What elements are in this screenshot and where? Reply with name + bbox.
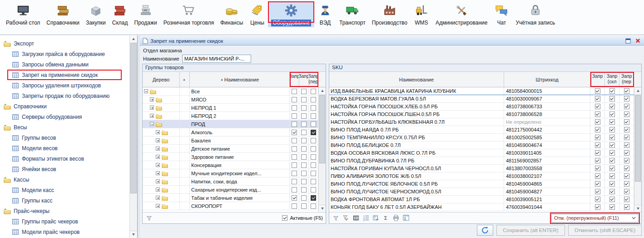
checkbox[interactable] <box>311 113 316 119</box>
table-row[interactable]: НАСТОЙКА ГОР.ИВАН КУПАЛА ЧЕРНОСЛ.0.5Л481… <box>329 165 634 172</box>
expander-plus-icon[interactable] <box>156 204 160 208</box>
table-row[interactable]: Сахарные кондитерские изд... <box>143 186 318 194</box>
checkbox[interactable] <box>301 130 307 135</box>
checkbox[interactable] <box>624 158 629 163</box>
table-row[interactable]: ВИНО ПЛОД.ЛУЧИСТОЕ ЧЕРНОСМОРОД.0.5Л48104… <box>329 188 634 196</box>
checkbox[interactable] <box>624 142 629 148</box>
checkbox[interactable] <box>301 97 307 102</box>
toolbar-item-administration[interactable]: Администрирование <box>432 1 490 27</box>
column-header-barcode[interactable]: Штрихкод <box>504 72 590 87</box>
scroll-up-button[interactable] <box>130 35 137 43</box>
sidebar-scrollbar[interactable] <box>129 35 137 238</box>
checkbox[interactable] <box>292 138 297 143</box>
sidebar-item-cash[interactable]: Кассы <box>0 174 129 185</box>
checkbox[interactable] <box>301 105 307 111</box>
column-header-flag[interactable]: Запр(пер <box>619 72 634 87</box>
expander-plus-icon[interactable] <box>150 106 154 110</box>
checkbox[interactable] <box>311 162 316 168</box>
table-row[interactable]: Все <box>143 87 318 96</box>
checkbox[interactable] <box>292 171 297 176</box>
checkbox[interactable] <box>301 89 307 94</box>
expander-plus-icon[interactable] <box>150 97 154 101</box>
checkbox[interactable] <box>311 154 316 160</box>
expander-plus-icon[interactable] <box>156 130 160 134</box>
checkbox[interactable] <box>595 88 600 94</box>
checkbox[interactable] <box>609 189 615 194</box>
filter-icon[interactable] <box>145 214 153 222</box>
maximize-button[interactable] <box>624 37 632 44</box>
checkbox[interactable] <box>595 150 600 156</box>
checkbox[interactable] <box>292 113 297 119</box>
column-header-flag[interactable]: Запр <box>590 72 605 87</box>
checkbox[interactable] <box>624 104 629 109</box>
active-checkbox[interactable] <box>282 215 287 221</box>
sidebar-item-scale-models[interactable]: Модели весов <box>0 143 129 153</box>
checkbox[interactable] <box>595 158 600 163</box>
checkbox[interactable] <box>624 150 629 156</box>
sidebar-item-scale-cells[interactable]: Ячейки весов <box>0 164 129 174</box>
scroll-down-button[interactable] <box>319 205 326 212</box>
checkbox[interactable] <box>311 195 316 201</box>
sidebar-item-exchange-requests[interactable]: Запросы обмена данными <box>0 59 129 70</box>
checkbox[interactable] <box>301 179 307 184</box>
table-row[interactable]: Напитки, соки, вода <box>143 177 318 186</box>
checkbox[interactable] <box>609 104 615 109</box>
checkbox[interactable] <box>595 96 600 101</box>
sku-scrollbar[interactable] <box>634 87 641 212</box>
table-row[interactable]: Бакалея <box>143 137 318 145</box>
toolbar-item-wms[interactable]: WMS <box>411 1 432 27</box>
sidebar-item-label-formats[interactable]: Форматы этикеток весов <box>0 153 129 164</box>
checkbox[interactable] <box>595 135 600 140</box>
close-button[interactable] <box>634 37 641 44</box>
scroll-down-button[interactable] <box>130 231 137 238</box>
checkbox[interactable] <box>292 154 297 160</box>
table-row[interactable]: ИЗД.ВАФЕЛЬНЫЕ КРАСАВИЦА КАТАРИНА КЛУБНИК… <box>329 87 634 95</box>
checkbox[interactable] <box>292 130 297 135</box>
scroll-down-button[interactable] <box>634 205 641 212</box>
table-row[interactable]: НАСТОЙКА ГОР.НА ПОСОШОК.ПШЕН.0.5Л РБ4810… <box>329 111 634 118</box>
checkbox[interactable] <box>624 96 629 101</box>
table-row[interactable]: ВИНО ПЛОД.БЕЛИЦКОЕ 0.7Л4810459004674 <box>329 142 634 149</box>
column-header-flag[interactable]: Запр <box>290 72 299 87</box>
column-header-flag[interactable]: Запр(скл <box>605 72 619 87</box>
checkbox[interactable] <box>595 166 600 171</box>
totals-icon[interactable]: Σ <box>382 214 390 222</box>
column-header-flag[interactable]: Запр <box>299 72 309 87</box>
table-row[interactable]: НАСТОЙКА ГОР.БУЛЬБАШЪ КЛЮКВЕННАЯ 0.7ЛНе … <box>329 118 634 126</box>
checkbox[interactable] <box>609 158 615 163</box>
table-row[interactable]: Алкоголь <box>143 128 318 137</box>
checkbox[interactable] <box>311 122 316 127</box>
checkbox[interactable] <box>292 122 297 127</box>
table-row[interactable]: ВИНО ПЛОД.ДУБРАВИНКА 0.7Л РБ481156900285… <box>329 157 634 165</box>
toolbar-item-chat[interactable]: Чат <box>490 1 512 27</box>
table-row[interactable]: ВИНО ПЛОД.НАЯДА 0.7Л РБ4812175000442 <box>329 126 634 134</box>
checkbox[interactable] <box>301 146 307 152</box>
checkbox[interactable] <box>311 105 316 111</box>
toolbar-item-prices[interactable]: Цены <box>246 1 268 27</box>
sidebar-item-barcode-delete-requests[interactable]: Запросы удаления штрихкодов <box>0 80 129 91</box>
checkbox[interactable] <box>292 105 297 111</box>
checkbox[interactable] <box>292 187 297 192</box>
toolbar-item-production[interactable]: Производство <box>369 1 411 27</box>
checkbox[interactable] <box>624 204 629 210</box>
checkbox[interactable] <box>624 173 629 179</box>
sidebar-item-export[interactable]: Экспорт <box>0 38 129 49</box>
expander-plus-icon[interactable] <box>156 187 160 192</box>
toolbar-item-warehouse[interactable]: Склад <box>109 1 131 27</box>
checkbox[interactable] <box>595 111 600 117</box>
toolbar-item-account[interactable]: Учётная запись <box>512 1 558 27</box>
checkbox[interactable] <box>624 119 629 125</box>
checkbox[interactable] <box>311 89 316 94</box>
table-row[interactable]: Здоровое питание <box>143 153 318 161</box>
expander-plus-icon[interactable] <box>156 171 160 175</box>
expander-plus-icon[interactable] <box>150 114 154 118</box>
scroll-up-button[interactable] <box>319 87 326 95</box>
custom-filter-icon[interactable] <box>342 214 350 222</box>
checkbox[interactable] <box>595 104 600 109</box>
table-row[interactable]: Консервация <box>143 161 318 169</box>
table-row[interactable]: КОНЬЯК ГОЛД БАКУ 6 ЛЕТ 0.5Л АЗЕРБАЙЖАН47… <box>329 203 634 211</box>
checkbox[interactable] <box>624 127 629 132</box>
checkbox[interactable] <box>311 146 316 152</box>
checkbox[interactable] <box>595 119 600 125</box>
toolbar-item-ved[interactable]: ВЭД <box>314 1 336 27</box>
